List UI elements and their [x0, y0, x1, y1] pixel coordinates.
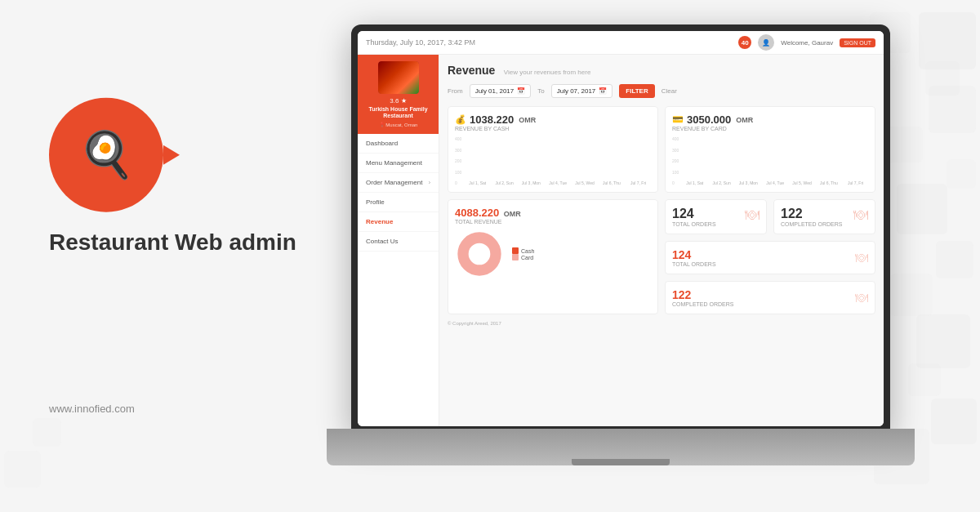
restaurant-name: Turkish House Family Restaurant	[364, 106, 432, 120]
chef-logo: 🍳	[49, 97, 163, 211]
svg-point-2	[470, 244, 488, 263]
notification-badge[interactable]: 40	[738, 36, 751, 49]
total-orders-num: 124	[672, 207, 716, 221]
total-revenue-card: 4088.220 OMR TOTAL REVENUE	[448, 199, 658, 314]
cash-icon: 💰	[455, 114, 466, 125]
chevron-icon: ›	[429, 180, 430, 185]
total-revenue-label: TOTAL REVENUE	[455, 219, 651, 225]
restaurant-location: 📍 Muscat, Oman	[364, 122, 432, 127]
legend-cash: Cash	[512, 247, 534, 254]
page-title: Revenue	[448, 64, 495, 77]
to-label: To	[537, 87, 544, 95]
app-title: Restaurant Web admin	[49, 228, 296, 256]
restaurant-rating: 3.6 ★	[364, 97, 432, 105]
card-bar-chart: Jul 1, Sat Jul 2, Sun Jul 3, Mon Jul 4, …	[682, 145, 868, 185]
laptop-frame: Thursday, July 10, 2017, 3:42 PM 40 👤 We…	[327, 24, 915, 482]
total-orders-icon: 🍽	[745, 207, 760, 224]
order-detail-total-num: 124	[672, 248, 716, 261]
legend-card: Card	[512, 254, 534, 260]
filter-row: From July 01, 2017 📅 To July 07, 2017 📅 …	[448, 84, 875, 98]
sidebar-item-revenue[interactable]: Revenue	[358, 212, 439, 232]
from-label: From	[448, 87, 463, 95]
restaurant-image	[378, 61, 419, 94]
left-panel: 🍳 Restaurant Web admin www.innofied.com	[49, 97, 296, 415]
order-detail-completed-icon: 🍽	[855, 291, 868, 305]
to-date-input[interactable]: July 07, 2017 📅	[551, 84, 613, 98]
cash-dot	[512, 247, 519, 254]
total-orders-card: 124 TOTAL ORDERS 🍽	[665, 199, 767, 234]
donut-legend: Cash Card	[512, 247, 534, 260]
sign-out-button[interactable]: SIGN OUT	[840, 38, 875, 47]
order-top-row: 124 TOTAL ORDERS 🍽 122 COMPLETED ORDERS	[665, 199, 875, 234]
from-date-input[interactable]: July 01, 2017 📅	[470, 84, 532, 98]
completed-orders-label: COMPLETED ORDERS	[781, 221, 842, 227]
card-dot	[512, 254, 519, 260]
order-detail-completed-num: 122	[672, 288, 733, 301]
datetime-text: Thursday, July 10, 2017, 3:42 PM	[366, 38, 475, 47]
restaurant-profile: 3.6 ★ Turkish House Family Restaurant 📍 …	[358, 55, 439, 134]
header-right: 40 👤 Welcome, Gaurav SIGN OUT	[738, 34, 875, 51]
cash-revenue-label: REVENUE BY CASH	[455, 126, 651, 131]
sidebar-item-profile[interactable]: Profile	[358, 193, 439, 212]
filter-button[interactable]: FILTER	[619, 84, 654, 98]
page-title-row: Revenue View your revenues from here	[448, 63, 875, 78]
completed-orders-icon: 🍽	[853, 207, 868, 224]
header-datetime: Thursday, July 10, 2017, 3:42 PM	[366, 38, 475, 47]
card-icon: 💳	[672, 114, 684, 125]
card-revenue-label: REVENUE BY CARD	[672, 126, 868, 131]
website-url: www.innofied.com	[49, 403, 296, 415]
card-revenue-amount: 💳 3050.000 OMR	[672, 114, 868, 126]
welcome-text: Welcome, Gaurav	[781, 39, 833, 47]
page-subtitle: View your revenues from here	[504, 69, 591, 76]
user-avatar: 👤	[758, 34, 774, 51]
order-detail-completed-label: COMPLETED ORDERS	[672, 301, 733, 307]
total-revenue-amount: 4088.220 OMR	[455, 207, 651, 219]
cash-revenue-card: 💰 1038.220 OMR REVENUE BY CASH 400 300	[448, 106, 658, 193]
copyright: © Copyright Areed, 2017	[448, 321, 875, 326]
app-header: Thursday, July 10, 2017, 3:42 PM 40 👤 We…	[358, 31, 884, 55]
cash-bar-chart: Jul 1, Sat Jul 2, Sun Jul 3, Mon Jul 4, …	[465, 145, 651, 185]
laptop-base	[327, 429, 915, 465]
order-detail-total-icon: 🍽	[855, 251, 868, 265]
main-content: Revenue View your revenues from here Fro…	[439, 55, 884, 426]
bottom-grid: 4088.220 OMR TOTAL REVENUE	[448, 199, 875, 314]
donut-chart	[455, 229, 504, 278]
completed-orders-card: 122 COMPLETED ORDERS 🍽	[773, 199, 875, 234]
chef-icon: 🍳	[78, 128, 135, 181]
order-detail-total-label: TOTAL ORDERS	[672, 261, 716, 267]
top-stats-grid: 💰 1038.220 OMR REVENUE BY CASH 400 300	[448, 106, 875, 193]
sidebar-item-menu-management[interactable]: Menu Management	[358, 154, 439, 173]
laptop-screen: Thursday, July 10, 2017, 3:42 PM 40 👤 We…	[351, 24, 890, 433]
order-summary-col: 124 TOTAL ORDERS 🍽 122 COMPLETED ORDERS	[665, 199, 875, 314]
sidebar-item-order-management[interactable]: Order Management ›	[358, 173, 439, 193]
completed-orders-num: 122	[781, 207, 842, 221]
donut-chart-wrapper: Cash Card	[455, 229, 651, 278]
sidebar-item-contact-us[interactable]: Contact Us	[358, 232, 439, 252]
order-detail-total: 124 TOTAL ORDERS 🍽	[665, 241, 875, 274]
sidebar-item-dashboard[interactable]: Dashboard	[358, 134, 439, 154]
card-revenue-card: 💳 3050.000 OMR REVENUE BY CARD 400 300 2…	[665, 106, 875, 193]
cash-revenue-amount: 💰 1038.220 OMR	[455, 114, 651, 126]
order-detail-completed: 122 COMPLETED ORDERS 🍽	[665, 281, 875, 314]
sidebar: 3.6 ★ Turkish House Family Restaurant 📍 …	[358, 55, 439, 426]
screen-content: Thursday, July 10, 2017, 3:42 PM 40 👤 We…	[358, 31, 884, 426]
total-orders-label: TOTAL ORDERS	[672, 221, 716, 227]
clear-button[interactable]: Clear	[662, 87, 677, 95]
app-body: 3.6 ★ Turkish House Family Restaurant 📍 …	[358, 55, 884, 426]
